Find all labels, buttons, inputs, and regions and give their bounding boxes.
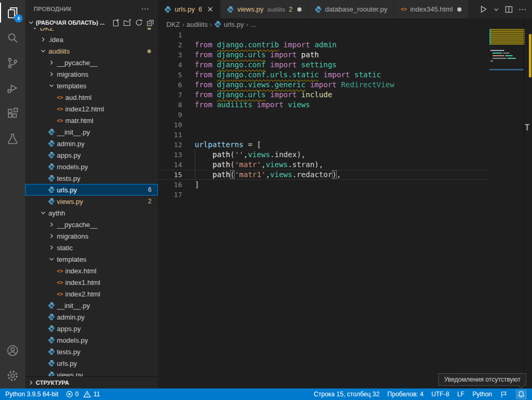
new-folder-icon[interactable] <box>123 18 132 27</box>
code-line-15[interactable]: 15 path('matr1',views.redactor), <box>158 170 489 180</box>
workspace-section-header[interactable]: (РАБОЧАЯ ОБЛАСТЬ) ... <box>25 17 158 28</box>
tree-item-templates[interactable]: templates <box>25 253 158 265</box>
tree-item-migrations[interactable]: migrations <box>25 230 158 242</box>
outline-section-header[interactable]: СТРУКТУРА <box>25 376 158 388</box>
tab-views.py[interactable]: views.pyaudiiits2 <box>220 0 308 18</box>
close-icon[interactable] <box>207 6 214 13</box>
testing-view-button[interactable] <box>0 126 25 151</box>
source-control-view-button[interactable] <box>0 50 25 76</box>
tree-item-views.py[interactable]: views.py <box>25 369 158 377</box>
code-line-5[interactable]: 5from django.conf.urls.static import sta… <box>158 70 489 80</box>
tree-item-aythh[interactable]: aythh <box>25 207 158 219</box>
code-line-10[interactable]: 10 <box>158 120 489 130</box>
code-line-3[interactable]: 3from django.urls import path <box>158 50 489 60</box>
tree-item-migrations[interactable]: migrations <box>25 68 158 80</box>
tree-item-label: migrations <box>57 70 158 78</box>
tree-item-__pycache__[interactable]: __pycache__ <box>25 219 158 230</box>
encoding-item[interactable]: UTF-8 <box>431 391 449 398</box>
indentation-item[interactable]: Пробелов: 4 <box>387 391 424 398</box>
code-line-17[interactable]: 17 <box>158 190 489 200</box>
sidebar-title-row: ПРОВОДНИК ⋯ <box>25 0 158 17</box>
tree-item-tests.py[interactable]: tests.py <box>25 346 158 357</box>
tree-item-audiiits[interactable]: audiiits <box>25 45 158 57</box>
code-line-14[interactable]: 14 path('matr',views.stran), <box>158 160 489 170</box>
cursor-position-item[interactable]: Строка 15, столбец 32 <box>314 391 379 398</box>
tree-item-models.py[interactable]: models.py <box>25 161 158 172</box>
account-button[interactable] <box>0 338 25 363</box>
tree-item-label: tests.py <box>57 348 158 356</box>
collapse-all-icon[interactable] <box>146 18 155 27</box>
tab-urls.py[interactable]: urls.py6 <box>158 0 220 18</box>
tree-item-DKZ[interactable]: DKZ <box>25 28 158 34</box>
code-line-7[interactable]: 7from django.urls import include <box>158 90 489 100</box>
explorer-more-actions-icon[interactable]: ⋯ <box>141 4 149 14</box>
feedback-icon[interactable] <box>500 391 508 398</box>
more-actions-icon[interactable]: ⋯ <box>518 5 527 14</box>
tree-item-apps.py[interactable]: apps.py <box>25 323 158 334</box>
tree-item-static[interactable]: static <box>25 242 158 253</box>
explorer-view-button[interactable]: 3 <box>0 0 25 25</box>
refresh-icon[interactable] <box>135 18 143 27</box>
breadcrumb-file[interactable]: urls.py <box>214 20 244 28</box>
python-interpreter-item[interactable]: Python 3.9.5 64-bit <box>5 391 58 398</box>
tree-item-index1.html[interactable]: <>index1.html <box>25 276 158 288</box>
tree-item-label: apps.py <box>57 325 158 333</box>
tree-item-aud.html[interactable]: <>aud.html <box>25 91 158 103</box>
code-line-8[interactable]: 8from audiiits import views <box>158 100 489 110</box>
tab-database_roouter.py[interactable]: database_roouter.py <box>308 0 395 18</box>
tree-item-urls.py[interactable]: urls.py <box>25 357 158 369</box>
notifications-bell-button[interactable] <box>516 389 527 399</box>
new-file-icon[interactable] <box>112 18 120 27</box>
tree-item-matr.html[interactable]: <>matr.html <box>25 115 158 126</box>
chevron-right-icon <box>47 232 56 240</box>
code-line-1[interactable]: 1 <box>158 30 489 40</box>
breadcrumb-folder[interactable]: DKZ <box>166 20 180 28</box>
python-file-icon <box>214 20 222 28</box>
problems-item[interactable]: 0 11 <box>66 391 100 398</box>
code-line-2[interactable]: 2from django.contrib import admin <box>158 40 489 50</box>
code-line-4[interactable]: 4from django.conf import settings <box>158 60 489 70</box>
breadcrumb-symbol[interactable]: ... <box>250 20 256 28</box>
tree-item-label: index2.html <box>65 290 158 298</box>
tree-item-__pycache__[interactable]: __pycache__ <box>25 57 158 68</box>
tree-item-apps.py[interactable]: apps.py <box>25 149 158 161</box>
extensions-view-button[interactable] <box>0 101 25 126</box>
tab-label: urls.py <box>175 5 195 13</box>
language-mode-item[interactable]: Python <box>473 391 492 398</box>
run-debug-view-button[interactable] <box>0 76 25 101</box>
run-python-file-button[interactable] <box>479 5 488 14</box>
run-dropdown-chevron-icon[interactable] <box>493 6 499 13</box>
tree-item-index.html[interactable]: <>index.html <box>25 265 158 276</box>
breadcrumb-separator: › <box>210 20 212 28</box>
split-editor-button[interactable] <box>505 5 513 14</box>
code-line-9[interactable]: 9 <box>158 110 489 120</box>
code-line-13[interactable]: 13 path('',views.index), <box>158 150 489 160</box>
code-editor[interactable]: 12from django.contrib import admin3from … <box>158 30 489 200</box>
tree-item-__init__.py[interactable]: __init__.py <box>25 300 158 311</box>
code-line-16[interactable]: 16] <box>158 180 489 190</box>
tree-item-views.py[interactable]: views.py2 <box>25 196 158 207</box>
tree-item-.idea[interactable]: .idea <box>25 34 158 45</box>
tree-item-__init__.py[interactable]: __init__.py <box>25 126 158 138</box>
eol-item[interactable]: LF <box>457 391 465 398</box>
tree-item-models.py[interactable]: models.py <box>25 334 158 346</box>
settings-button[interactable] <box>0 363 25 388</box>
search-view-button[interactable] <box>0 25 25 50</box>
breadcrumb-folder[interactable]: audiiits <box>186 20 207 28</box>
tree-item-admin.py[interactable]: admin.py <box>25 311 158 323</box>
tree-item-label: static <box>57 244 158 252</box>
tree-item-index2.html[interactable]: <>index2.html <box>25 288 158 300</box>
tree-item-templates[interactable]: templates <box>25 80 158 91</box>
tab-index345.html[interactable]: <>index345.html <box>394 0 468 18</box>
code-line-11[interactable]: 11 <box>158 130 489 140</box>
code-line-12[interactable]: 12urlpatterns = [ <box>158 140 489 150</box>
tree-item-tests.py[interactable]: tests.py <box>25 172 158 184</box>
line-content <box>182 110 195 120</box>
tree-item-urls.py[interactable]: urls.py6 <box>25 184 158 196</box>
explorer-badge: 3 <box>14 14 23 23</box>
tree-item-index12.html[interactable]: <>index12.html <box>25 103 158 115</box>
tree-item-admin.py[interactable]: admin.py <box>25 138 158 149</box>
minimap-warning-block[interactable] <box>489 29 525 45</box>
python-file-icon <box>47 324 56 333</box>
code-line-6[interactable]: 6from django.views.generic import Redire… <box>158 80 489 90</box>
